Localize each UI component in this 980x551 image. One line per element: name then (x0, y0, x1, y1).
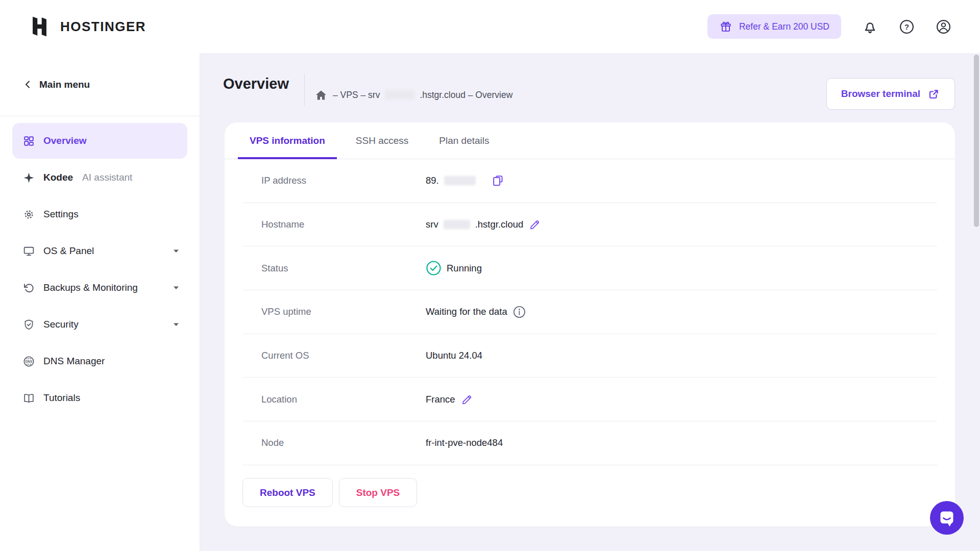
svg-text:DNS: DNS (26, 359, 33, 363)
redacted-hostname (385, 90, 414, 99)
gift-icon (719, 20, 732, 33)
avatar-icon (936, 19, 951, 35)
refer-earn-label: Refer & Earn 200 USD (739, 21, 829, 32)
table-row-vps-uptime: VPS uptime Waiting for the data (242, 290, 937, 334)
sidebar-item-settings[interactable]: Settings (12, 196, 187, 232)
gear-icon (22, 208, 35, 221)
top-bar: HOSTINGER Refer & Earn 200 USD (0, 0, 980, 53)
scrollbar-thumb[interactable] (974, 55, 979, 227)
edit-icon[interactable] (460, 393, 474, 406)
sidebar-item-label: Kodee (43, 172, 73, 183)
row-label: VPS uptime (261, 306, 311, 317)
external-link-icon (927, 88, 940, 101)
table-row-current-os: Current OS Ubuntu 24.04 (242, 334, 937, 378)
hostname-prefix: srv (426, 219, 438, 230)
row-label: Status (261, 263, 288, 274)
monitor-icon (22, 245, 35, 258)
chevron-left-icon (23, 80, 32, 89)
redacted-ip (444, 176, 476, 185)
help-button[interactable]: ? (899, 19, 915, 35)
notifications-button[interactable] (862, 19, 878, 35)
redacted-hostname (444, 220, 470, 229)
main-menu-label: Main menu (39, 79, 90, 90)
main-menu-back[interactable]: Main menu (0, 53, 200, 116)
tab-plan-details[interactable]: Plan details (427, 122, 501, 159)
sidebar-item-label: Settings (43, 209, 79, 220)
sidebar-item-os-panel[interactable]: OS & Panel (12, 233, 187, 269)
sidebar-nav: Overview Kodee AI assistant Settings (0, 116, 200, 416)
table-row-ip-address: IP address 89. (242, 159, 937, 203)
browser-terminal-label: Browser terminal (841, 88, 920, 99)
shield-check-icon (22, 318, 35, 331)
row-label: Hostname (261, 219, 304, 230)
chevron-down-icon (173, 286, 179, 290)
chevron-down-icon (173, 322, 179, 327)
dashboard-icon (22, 135, 35, 147)
account-button[interactable] (936, 19, 951, 35)
sidebar-item-label: Overview (43, 135, 87, 146)
main-content: Overview – VPS – srv .hstgr.cloud – Over… (200, 53, 980, 551)
sidebar-item-suffix: AI assistant (82, 172, 132, 183)
row-label: Current OS (261, 350, 309, 361)
chat-widget-button[interactable] (930, 501, 964, 535)
location-value: France (426, 394, 455, 405)
sidebar-item-tutorials[interactable]: Tutorials (12, 380, 187, 416)
sidebar-item-label: OS & Panel (43, 245, 94, 257)
vps-overview-card: VPS information SSH access Plan details … (225, 122, 955, 527)
page-title: Overview (223, 76, 289, 92)
sidebar: Main menu Overview Kodee AI assistant (0, 53, 200, 551)
row-label: IP address (261, 175, 306, 186)
vps-actions: Reboot VPS Stop VPS (242, 478, 417, 507)
breadcrumb-text-right: .hstgr.cloud – Overview (420, 90, 512, 101)
row-label: Node (261, 437, 284, 448)
sidebar-item-security[interactable]: Security (12, 307, 187, 342)
current-os-value: Ubuntu 24.04 (426, 350, 482, 361)
breadcrumb: – VPS – srv .hstgr.cloud – Overview (314, 85, 512, 105)
bell-icon (862, 19, 878, 35)
table-row-status: Status Running (242, 246, 937, 290)
table-row-node: Node fr-int-pve-node484 (242, 421, 937, 465)
help-icon: ? (899, 19, 915, 35)
title-divider (304, 73, 305, 106)
tab-vps-information[interactable]: VPS information (238, 122, 337, 159)
vps-uptime-value: Waiting for the data (426, 306, 507, 317)
refer-earn-button[interactable]: Refer & Earn 200 USD (707, 14, 841, 39)
check-circle-icon (426, 260, 442, 276)
top-right-actions: Refer & Earn 200 USD ? (707, 0, 951, 53)
node-value: fr-int-pve-node484 (426, 437, 503, 448)
restore-icon (22, 282, 35, 294)
sidebar-item-backups-monitoring[interactable]: Backups & Monitoring (12, 270, 187, 306)
status-badge: Running (447, 263, 482, 274)
book-icon (22, 392, 35, 405)
stop-vps-button[interactable]: Stop VPS (339, 478, 418, 507)
sidebar-item-dns-manager[interactable]: DNS DNS Manager (12, 343, 187, 379)
breadcrumb-text-left: – VPS – srv (333, 90, 380, 101)
ip-address-value: 89. (426, 175, 439, 186)
hostname-suffix: .hstgr.cloud (475, 219, 524, 230)
sidebar-item-label: Backups & Monitoring (43, 282, 138, 293)
hostinger-logo[interactable]: HOSTINGER (30, 0, 146, 53)
info-icon[interactable] (512, 305, 526, 319)
home-icon[interactable] (314, 89, 328, 102)
reboot-vps-button[interactable]: Reboot VPS (242, 478, 333, 507)
chevron-down-icon (173, 249, 179, 253)
sidebar-item-overview[interactable]: Overview (12, 123, 187, 159)
kodee-sparkle-icon (22, 171, 35, 184)
chat-bubble-icon (930, 501, 964, 535)
browser-terminal-button[interactable]: Browser terminal (826, 78, 955, 110)
svg-text:?: ? (904, 22, 909, 31)
tab-bar: VPS information SSH access Plan details (225, 122, 955, 159)
copy-icon[interactable] (491, 174, 505, 188)
tab-ssh-access[interactable]: SSH access (344, 122, 420, 159)
sidebar-item-label: DNS Manager (43, 356, 105, 367)
sidebar-item-kodee[interactable]: Kodee AI assistant (12, 160, 187, 195)
table-row-location: Location France (242, 378, 937, 421)
row-label: Location (261, 394, 297, 405)
sidebar-item-label: Security (43, 319, 79, 330)
hostinger-logo-icon (30, 16, 49, 37)
sidebar-item-label: Tutorials (43, 392, 80, 404)
brand-name: HOSTINGER (60, 19, 146, 35)
dns-globe-icon: DNS (22, 355, 35, 368)
edit-icon[interactable] (528, 218, 542, 231)
table-row-hostname: Hostname srv .hstgr.cloud (242, 203, 937, 247)
